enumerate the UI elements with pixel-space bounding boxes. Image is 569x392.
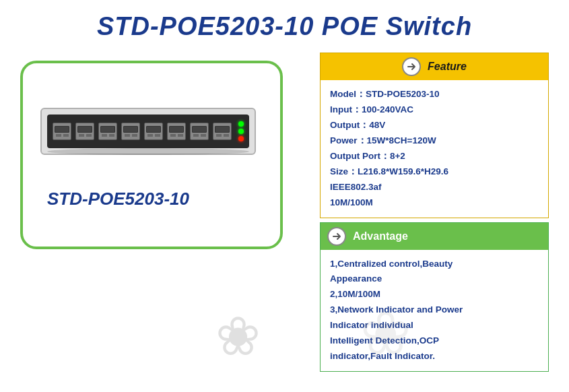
spec-model: Model：STD-POE5203-10: [330, 87, 539, 102]
advantage-arrow-icon: [327, 227, 346, 246]
spec-ieee: IEEE802.3af: [330, 180, 539, 195]
device-border: [20, 61, 283, 249]
port-7: [190, 123, 209, 140]
port-2: [75, 123, 94, 140]
feature-arrow-icon: [402, 57, 421, 76]
background-floral: ❀: [360, 298, 468, 379]
feature-box: Feature Model：STD-POE5203-10 Input：100-2…: [320, 53, 549, 218]
port-6: [167, 123, 186, 140]
led-red: [238, 136, 244, 141]
feature-header: Feature: [321, 53, 548, 80]
floral-decoration: ❀: [215, 310, 296, 391]
switch-inner: [47, 115, 249, 148]
port-3: [98, 123, 117, 140]
port-8: [213, 123, 232, 140]
led-group: [238, 121, 244, 141]
led-green: [238, 121, 244, 127]
spec-port: Output Port：8+2: [330, 149, 539, 164]
adv-point-2: Appearance: [330, 271, 539, 287]
port-4: [121, 123, 140, 140]
spec-size: Size：L216.8*W159.6*H29.6: [330, 164, 539, 180]
port-1: [53, 123, 71, 140]
feature-content: Model：STD-POE5203-10 Input：100-240VAC Ou…: [321, 80, 548, 218]
page-title: STD-POE5203-10 POE Switch: [0, 0, 569, 51]
left-panel: STD-POE5203-10 ❀: [13, 54, 296, 283]
spec-input: Input：100-240VAC: [330, 102, 539, 118]
feature-title: Feature: [428, 61, 467, 73]
spec-speed: 10M/100M: [330, 195, 539, 211]
adv-point-1: 1,Centralized control,Beauty: [330, 257, 539, 272]
led-green-2: [238, 129, 244, 134]
spec-output: Output：48V: [330, 118, 539, 133]
advantage-header: Advantage: [321, 223, 548, 250]
switch-shadow: [47, 148, 249, 155]
spec-power: Power：15W*8CH=120W: [330, 133, 539, 149]
port-5: [144, 123, 163, 140]
device-model-label: STD-POE5203-10: [47, 189, 189, 209]
advantage-title: Advantage: [353, 230, 408, 242]
